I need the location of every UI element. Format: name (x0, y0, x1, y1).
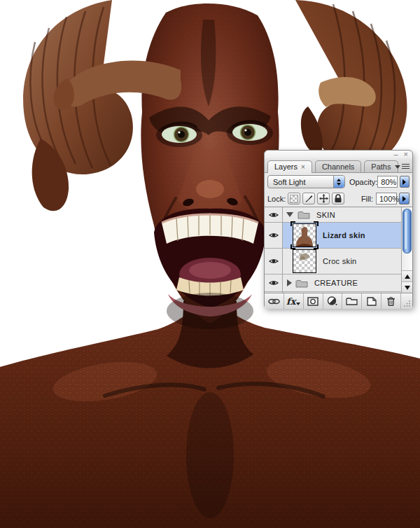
right-triangle-icon (402, 196, 406, 202)
opacity-label: Opacity: (349, 178, 377, 186)
flyout-triangle-icon (395, 165, 400, 169)
new-adjustment-layer-button[interactable] (323, 293, 343, 309)
eye-icon (269, 232, 279, 239)
new-layer-icon (367, 297, 377, 306)
layer-styles-button[interactable]: fx (284, 293, 304, 309)
dropdown-stepper-icon (333, 176, 344, 188)
blend-mode-dropdown[interactable]: Soft Light (267, 175, 345, 188)
group-name: SKIN (316, 211, 335, 219)
layer-row-lizard-skin[interactable]: Lizard skin (265, 223, 402, 249)
tab-layers[interactable]: Layers× (267, 160, 312, 173)
adjustment-layer-icon (327, 296, 338, 306)
layer-thumbnail[interactable] (293, 249, 316, 273)
fill-label: Fill: (361, 195, 373, 203)
lock-all-button[interactable] (332, 193, 344, 204)
selection-corner (314, 221, 318, 226)
fill-value: 100% (379, 195, 399, 203)
scrollbar-thumb[interactable] (402, 209, 412, 253)
tab-channels-label: Channels (322, 162, 354, 171)
eye-column-divider (282, 207, 283, 293)
scrollbar-track[interactable] (402, 207, 412, 270)
opacity-slider-button[interactable] (400, 176, 410, 188)
collapse-triangle-icon[interactable] (286, 212, 293, 217)
lock-transparency-button[interactable] (288, 193, 300, 204)
layer-row-creature-group[interactable]: CREATURE (265, 275, 402, 292)
new-group-icon (346, 297, 358, 305)
scroll-up-button[interactable] (402, 270, 412, 282)
tab-paths[interactable]: Paths (364, 160, 398, 172)
right-triangle-icon (402, 179, 406, 185)
visibility-cell[interactable] (265, 207, 282, 222)
selection-corner (314, 244, 318, 249)
link-icon (268, 298, 280, 305)
opacity-field[interactable]: 80% (377, 176, 398, 188)
visibility-cell[interactable] (265, 275, 282, 291)
delete-layer-button[interactable] (382, 293, 401, 309)
croc-skin-thumbnail-art (293, 250, 316, 272)
lock-label: Lock: (267, 195, 286, 203)
lock-row: Lock: Fill: (265, 190, 412, 207)
transparency-checker-icon (290, 195, 298, 203)
folder-icon (298, 210, 310, 219)
panel-tabstrip: Layers× Channels Paths (265, 158, 412, 173)
layer-row-croc-skin[interactable]: Croc skin (265, 249, 402, 275)
eye-icon (269, 258, 279, 265)
fill-field[interactable]: 100% (376, 193, 397, 204)
selection-corner (290, 244, 295, 249)
panel-menu-icon[interactable] (395, 164, 410, 170)
layer-thumbnail[interactable] (293, 223, 316, 247)
resize-grip[interactable] (401, 293, 412, 309)
flyout-lines-icon (402, 164, 410, 170)
link-layers-button[interactable] (265, 293, 284, 309)
minimize-button[interactable]: – (393, 151, 398, 158)
brush-icon (304, 194, 314, 203)
visibility-cell[interactable] (265, 249, 282, 274)
add-layer-mask-button[interactable] (304, 293, 323, 309)
folder-icon (295, 279, 308, 288)
scroll-down-button[interactable] (402, 282, 412, 293)
tab-close-icon[interactable]: × (301, 163, 305, 171)
lizard-skin-thumbnail-art (293, 224, 316, 246)
eye-icon (269, 211, 279, 218)
opacity-value: 80% (381, 178, 396, 186)
layers-panel: – × Layers× Channels Paths Soft Light (264, 150, 413, 307)
resize-grip-icon (403, 300, 411, 307)
down-arrow-icon (405, 286, 410, 290)
eye-icon (269, 279, 279, 286)
selection-corner (290, 221, 295, 226)
layer-name: Lizard skin (323, 231, 365, 239)
fx-icon: fx (286, 297, 300, 306)
screenshot-stage: – × Layers× Channels Paths Soft Light (0, 0, 420, 528)
padlock-icon (334, 194, 342, 203)
move-icon (319, 194, 328, 203)
layer-list: SKIN (265, 207, 412, 293)
blend-row: Soft Light Opacity: 80% (265, 173, 412, 190)
lock-position-button[interactable] (317, 193, 330, 204)
close-button[interactable]: × (404, 151, 408, 158)
panel-toolbar: fx (265, 293, 412, 309)
layer-mask-icon (307, 297, 318, 306)
scrollbar[interactable] (401, 207, 412, 293)
panel-titlebar: – × (265, 151, 412, 158)
expand-triangle-icon[interactable] (287, 279, 292, 286)
new-group-button[interactable] (342, 293, 362, 309)
trash-icon (386, 296, 396, 306)
layer-row-skin-group[interactable]: SKIN (265, 207, 402, 223)
up-arrow-icon (405, 275, 410, 279)
tab-layers-label: Layers (274, 162, 298, 171)
tab-paths-label: Paths (371, 162, 391, 171)
new-layer-button[interactable] (362, 293, 382, 309)
layer-name: Croc skin (323, 257, 357, 265)
group-name: CREATURE (314, 279, 358, 287)
fill-slider-button[interactable] (399, 193, 410, 204)
lock-image-button[interactable] (302, 193, 315, 204)
visibility-cell[interactable] (265, 223, 282, 248)
tab-channels[interactable]: Channels (315, 160, 361, 172)
blend-mode-value: Soft Light (268, 178, 333, 186)
